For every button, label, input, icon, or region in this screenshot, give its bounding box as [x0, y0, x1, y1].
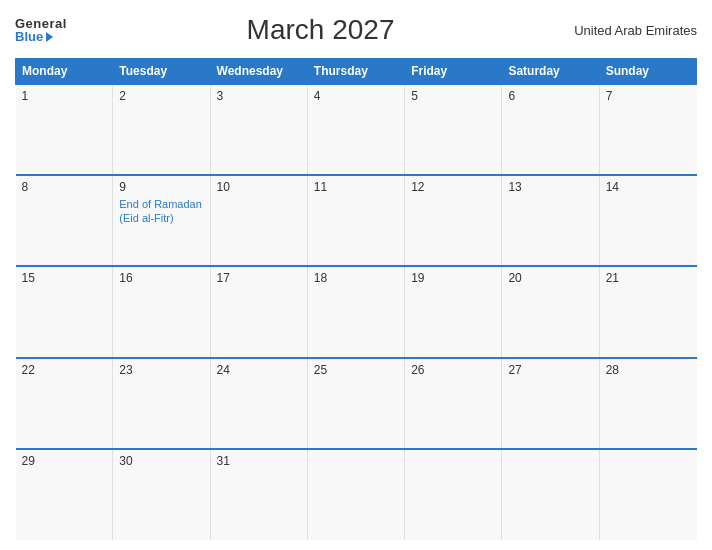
day-number: 21	[606, 271, 691, 285]
calendar-cell: 16	[113, 266, 210, 357]
page-header: General Blue March 2027 United Arab Emir…	[15, 10, 697, 50]
weekday-header-thursday: Thursday	[307, 59, 404, 85]
day-number: 14	[606, 180, 691, 194]
day-number: 17	[217, 271, 301, 285]
weekday-header-monday: Monday	[16, 59, 113, 85]
day-number: 28	[606, 363, 691, 377]
calendar-cell	[599, 449, 696, 540]
calendar-cell: 25	[307, 358, 404, 449]
day-number: 2	[119, 89, 203, 103]
calendar-cell: 7	[599, 84, 696, 175]
day-number: 20	[508, 271, 592, 285]
calendar-cell: 15	[16, 266, 113, 357]
calendar-cell: 4	[307, 84, 404, 175]
calendar-cell: 11	[307, 175, 404, 266]
day-number: 8	[22, 180, 107, 194]
day-number: 23	[119, 363, 203, 377]
weekday-header-saturday: Saturday	[502, 59, 599, 85]
region-label: United Arab Emirates	[574, 23, 697, 38]
week-row-3: 15161718192021	[16, 266, 697, 357]
calendar-cell: 5	[405, 84, 502, 175]
calendar-cell: 23	[113, 358, 210, 449]
calendar-title: March 2027	[247, 14, 395, 46]
calendar-table: MondayTuesdayWednesdayThursdayFridaySatu…	[15, 58, 697, 540]
day-number: 7	[606, 89, 691, 103]
calendar-cell	[405, 449, 502, 540]
day-number: 18	[314, 271, 398, 285]
day-number: 16	[119, 271, 203, 285]
calendar-cell: 8	[16, 175, 113, 266]
day-number: 13	[508, 180, 592, 194]
week-row-2: 89End of Ramadan (Eid al-Fitr)1011121314	[16, 175, 697, 266]
day-number: 31	[217, 454, 301, 468]
logo-triangle-icon	[46, 32, 53, 42]
day-number: 10	[217, 180, 301, 194]
day-number: 29	[22, 454, 107, 468]
calendar-cell: 30	[113, 449, 210, 540]
calendar-cell	[502, 449, 599, 540]
weekday-header-sunday: Sunday	[599, 59, 696, 85]
day-number: 25	[314, 363, 398, 377]
calendar-cell: 10	[210, 175, 307, 266]
calendar-cell: 27	[502, 358, 599, 449]
calendar-cell: 3	[210, 84, 307, 175]
weekday-header-wednesday: Wednesday	[210, 59, 307, 85]
calendar-cell: 24	[210, 358, 307, 449]
weekday-header-friday: Friday	[405, 59, 502, 85]
calendar-cell	[307, 449, 404, 540]
calendar-cell: 26	[405, 358, 502, 449]
calendar-cell: 31	[210, 449, 307, 540]
week-row-1: 1234567	[16, 84, 697, 175]
calendar-cell: 28	[599, 358, 696, 449]
day-number: 5	[411, 89, 495, 103]
calendar-cell: 2	[113, 84, 210, 175]
calendar-cell: 14	[599, 175, 696, 266]
logo-blue-text: Blue	[15, 30, 53, 43]
calendar-cell: 29	[16, 449, 113, 540]
calendar-cell: 18	[307, 266, 404, 357]
calendar-cell: 1	[16, 84, 113, 175]
week-row-5: 293031	[16, 449, 697, 540]
calendar-cell: 17	[210, 266, 307, 357]
day-number: 15	[22, 271, 107, 285]
day-number: 11	[314, 180, 398, 194]
day-number: 24	[217, 363, 301, 377]
day-number: 12	[411, 180, 495, 194]
logo: General Blue	[15, 17, 67, 43]
day-number: 22	[22, 363, 107, 377]
calendar-cell: 22	[16, 358, 113, 449]
week-row-4: 22232425262728	[16, 358, 697, 449]
weekday-header-row: MondayTuesdayWednesdayThursdayFridaySatu…	[16, 59, 697, 85]
calendar-cell: 9End of Ramadan (Eid al-Fitr)	[113, 175, 210, 266]
day-number: 1	[22, 89, 107, 103]
calendar-cell: 21	[599, 266, 696, 357]
calendar-cell: 19	[405, 266, 502, 357]
event-label: End of Ramadan (Eid al-Fitr)	[119, 197, 203, 226]
day-number: 6	[508, 89, 592, 103]
day-number: 30	[119, 454, 203, 468]
day-number: 27	[508, 363, 592, 377]
day-number: 4	[314, 89, 398, 103]
calendar-cell: 6	[502, 84, 599, 175]
day-number: 26	[411, 363, 495, 377]
day-number: 9	[119, 180, 203, 194]
day-number: 3	[217, 89, 301, 103]
calendar-cell: 20	[502, 266, 599, 357]
weekday-header-tuesday: Tuesday	[113, 59, 210, 85]
calendar-cell: 13	[502, 175, 599, 266]
calendar-cell: 12	[405, 175, 502, 266]
day-number: 19	[411, 271, 495, 285]
